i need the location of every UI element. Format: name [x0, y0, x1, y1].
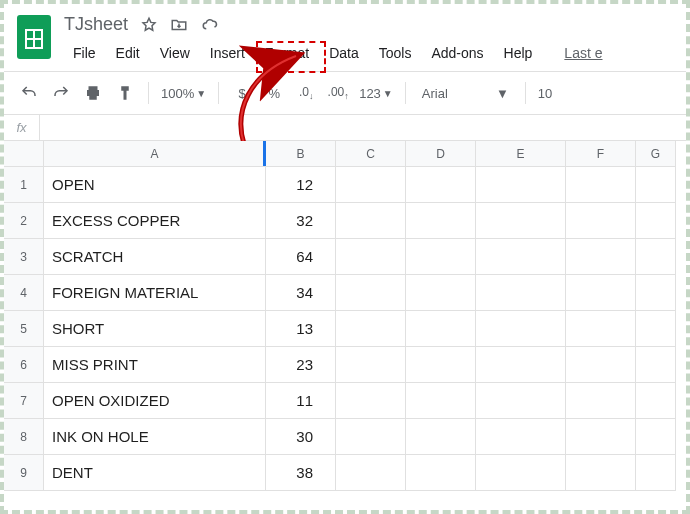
cell[interactable]	[336, 167, 406, 203]
document-title[interactable]: TJsheet	[64, 14, 128, 35]
cell[interactable]	[566, 347, 636, 383]
cell[interactable]	[406, 455, 476, 491]
cell[interactable]: 32	[266, 203, 336, 239]
cell[interactable]: 11	[266, 383, 336, 419]
cell[interactable]: 12	[266, 167, 336, 203]
cell[interactable]: SCRATCH	[44, 239, 266, 275]
cell[interactable]	[476, 347, 566, 383]
cell[interactable]	[336, 383, 406, 419]
menu-tools[interactable]: Tools	[370, 41, 421, 65]
cell[interactable]	[406, 311, 476, 347]
font-family-select[interactable]: Arial ▼	[418, 84, 513, 103]
zoom-select[interactable]: 100% ▼	[161, 86, 206, 101]
row-header[interactable]: 7	[4, 383, 44, 419]
cell[interactable]	[406, 167, 476, 203]
cell[interactable]	[636, 167, 676, 203]
cell[interactable]	[476, 455, 566, 491]
menu-format[interactable]: Format	[256, 41, 318, 65]
cell[interactable]	[566, 311, 636, 347]
cell[interactable]	[566, 275, 636, 311]
cell[interactable]	[636, 311, 676, 347]
cell[interactable]	[636, 203, 676, 239]
print-button[interactable]	[82, 82, 104, 104]
cell[interactable]	[476, 167, 566, 203]
cell[interactable]	[476, 275, 566, 311]
sheets-logo-icon[interactable]	[14, 12, 54, 62]
cell[interactable]	[636, 455, 676, 491]
cell[interactable]	[406, 347, 476, 383]
menu-view[interactable]: View	[151, 41, 199, 65]
cell[interactable]: 13	[266, 311, 336, 347]
cell[interactable]	[636, 419, 676, 455]
menu-addons[interactable]: Add-ons	[422, 41, 492, 65]
cell[interactable]: EXCESS COPPER	[44, 203, 266, 239]
cell[interactable]	[406, 239, 476, 275]
cell[interactable]	[566, 419, 636, 455]
cell[interactable]	[566, 239, 636, 275]
cell[interactable]	[336, 203, 406, 239]
row-header[interactable]: 8	[4, 419, 44, 455]
number-format-select[interactable]: 123 ▼	[359, 86, 393, 101]
cell[interactable]: INK ON HOLE	[44, 419, 266, 455]
last-edit-link[interactable]: Last e	[555, 41, 611, 65]
percent-button[interactable]: %	[263, 82, 285, 104]
menu-help[interactable]: Help	[495, 41, 542, 65]
cell[interactable]	[476, 239, 566, 275]
cell[interactable]	[406, 383, 476, 419]
cell[interactable]	[476, 311, 566, 347]
column-header-G[interactable]: G	[636, 141, 676, 167]
cell[interactable]	[566, 383, 636, 419]
menu-file[interactable]: File	[64, 41, 105, 65]
column-header-F[interactable]: F	[566, 141, 636, 167]
cell[interactable]	[336, 455, 406, 491]
cell[interactable]	[566, 167, 636, 203]
decrease-decimal-button[interactable]: .0↓	[295, 82, 317, 104]
redo-button[interactable]	[50, 82, 72, 104]
increase-decimal-button[interactable]: .00↑	[327, 82, 349, 104]
cell[interactable]	[406, 275, 476, 311]
row-header[interactable]: 1	[4, 167, 44, 203]
cell[interactable]	[636, 239, 676, 275]
cell[interactable]	[336, 419, 406, 455]
cell[interactable]	[336, 347, 406, 383]
column-header-E[interactable]: E	[476, 141, 566, 167]
move-to-folder-icon[interactable]	[170, 16, 188, 34]
cell[interactable]	[406, 203, 476, 239]
cloud-status-icon[interactable]	[200, 16, 218, 34]
cell[interactable]	[636, 383, 676, 419]
row-header[interactable]: 9	[4, 455, 44, 491]
cell[interactable]	[476, 203, 566, 239]
cell[interactable]: 30	[266, 419, 336, 455]
cell[interactable]: OPEN	[44, 167, 266, 203]
currency-button[interactable]: $	[231, 82, 253, 104]
cell[interactable]: 38	[266, 455, 336, 491]
paint-format-button[interactable]	[114, 82, 136, 104]
row-header[interactable]: 6	[4, 347, 44, 383]
star-icon[interactable]	[140, 16, 158, 34]
row-header[interactable]: 4	[4, 275, 44, 311]
row-header[interactable]: 5	[4, 311, 44, 347]
cell[interactable]	[476, 419, 566, 455]
cell[interactable]	[476, 383, 566, 419]
cell[interactable]	[636, 275, 676, 311]
menu-data[interactable]: Data	[320, 41, 368, 65]
font-size-select[interactable]: 10	[538, 86, 552, 101]
cell[interactable]: OPEN OXIDIZED	[44, 383, 266, 419]
column-header-D[interactable]: D	[406, 141, 476, 167]
cell[interactable]	[406, 419, 476, 455]
cell[interactable]: 34	[266, 275, 336, 311]
undo-button[interactable]	[18, 82, 40, 104]
cell[interactable]: FOREIGN MATERIAL	[44, 275, 266, 311]
cell[interactable]	[566, 455, 636, 491]
cell[interactable]	[636, 347, 676, 383]
cell[interactable]: MISS PRINT	[44, 347, 266, 383]
menu-edit[interactable]: Edit	[107, 41, 149, 65]
cell[interactable]: 64	[266, 239, 336, 275]
formula-input[interactable]	[40, 115, 686, 140]
cell[interactable]: SHORT	[44, 311, 266, 347]
cell[interactable]	[566, 203, 636, 239]
column-header-A[interactable]: A	[44, 141, 266, 167]
cell[interactable]	[336, 239, 406, 275]
column-header-C[interactable]: C	[336, 141, 406, 167]
menu-insert[interactable]: Insert	[201, 41, 254, 65]
